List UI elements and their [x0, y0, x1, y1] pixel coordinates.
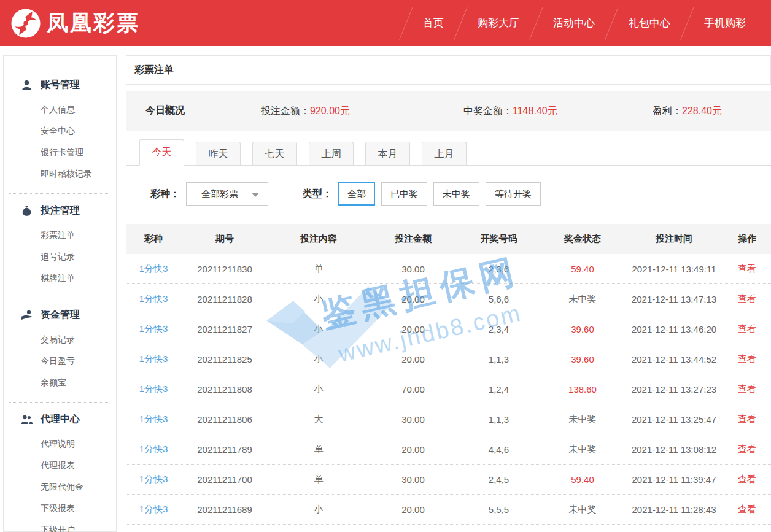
date-tab[interactable]: 本月 [365, 142, 410, 165]
cell-action: 查看 [723, 384, 771, 395]
column-header: 期号 [181, 233, 268, 245]
lottery-link[interactable]: 1分快3 [139, 323, 168, 334]
sidebar-item[interactable]: 代理报表 [41, 455, 116, 476]
lottery-link[interactable]: 1分快3 [139, 293, 168, 304]
cell-bet-amount: 20.00 [369, 324, 457, 334]
cell-bet-time: 2021-12-11 13:46:20 [625, 324, 723, 334]
status-filter-button[interactable]: 未中奖 [433, 182, 479, 206]
view-link[interactable]: 查看 [738, 293, 756, 304]
view-link[interactable]: 查看 [738, 263, 756, 274]
cell-bet-amount: 70.00 [369, 384, 457, 395]
sidebar-item[interactable]: 银行卡管理 [41, 142, 116, 163]
cell-bet-time: 2021-12-11 13:49:11 [625, 264, 723, 274]
cell-bet-time: 2021-12-11 13:25:47 [625, 414, 723, 425]
table-row: 1分快320211211700单30.002,4,559.402021-12-1… [126, 465, 771, 495]
lottery-link[interactable]: 1分快3 [139, 474, 168, 484]
cell-bet-content: 大 [268, 414, 369, 425]
sidebar-item[interactable]: 代理说明 [41, 433, 116, 455]
cell-bet-time: 2021-12-11 13:08:12 [625, 444, 723, 455]
view-link[interactable]: 查看 [738, 504, 756, 514]
column-header: 投注时间 [625, 233, 723, 245]
sidebar-items-agent: 代理说明代理报表无限代佣金下级报表下级开户 [4, 427, 116, 532]
cell-bet-amount: 20.00 [369, 294, 457, 304]
status-filter-button[interactable]: 等待开奖 [486, 182, 541, 206]
nav-item[interactable]: 礼包中心 [612, 16, 687, 30]
date-tab[interactable]: 上月 [422, 142, 467, 165]
cell-issue: 20211211830 [181, 264, 268, 274]
cell-draw-numbers: 2,3,4 [457, 324, 540, 334]
cell-draw-numbers: 4,4,6 [457, 444, 540, 455]
brand-name: 凤凰彩票 [47, 9, 140, 37]
funds-icon [21, 309, 33, 321]
cell-draw-numbers: 1,2,4 [457, 384, 540, 395]
date-tab[interactable]: 今天 [139, 139, 184, 166]
column-header: 开奖号码 [457, 233, 540, 245]
sidebar-item[interactable]: 个人信息 [41, 99, 116, 120]
cell-action: 查看 [723, 474, 771, 485]
cell-bet-amount: 20.00 [369, 444, 457, 455]
cell-bet-content: 小 [268, 353, 369, 365]
table-row: 1分快320211211828小20.005,6,6未中奖2021-12-11 … [126, 284, 771, 314]
lottery-link[interactable]: 1分快3 [139, 384, 168, 394]
cell-bet-time: 2021-12-11 13:44:52 [625, 354, 723, 364]
sidebar-item[interactable]: 交易记录 [41, 329, 116, 350]
cell-bet-amount: 30.00 [369, 474, 457, 485]
cell-issue: 20211211789 [181, 444, 268, 455]
cell-lottery: 1分快3 [126, 353, 181, 365]
nav-item[interactable]: 手机购彩 [688, 16, 762, 30]
view-link[interactable]: 查看 [738, 323, 756, 334]
sidebar-section-title: 账号管理 [41, 79, 80, 91]
view-link[interactable]: 查看 [738, 414, 756, 424]
lottery-link[interactable]: 1分快3 [139, 504, 168, 514]
cell-prize-status: 未中奖 [540, 414, 625, 425]
status-filter-button[interactable]: 全部 [338, 182, 375, 206]
date-tab[interactable]: 七天 [252, 142, 297, 165]
table-row: 1分快320211211789单20.004,4,6未中奖2021-12-11 … [126, 434, 771, 465]
summary-title: 今日概况 [145, 104, 185, 117]
cell-bet-content: 小 [268, 323, 369, 335]
cell-action: 查看 [723, 444, 771, 455]
status-filter-button[interactable]: 已中奖 [381, 182, 427, 206]
cell-bet-amount: 20.00 [369, 504, 457, 515]
view-link[interactable]: 查看 [738, 353, 756, 364]
cell-bet-content: 单 [268, 474, 369, 485]
view-link[interactable]: 查看 [738, 384, 756, 394]
date-tab[interactable]: 昨天 [196, 142, 241, 165]
sidebar-item[interactable]: 即时稽核记录 [41, 163, 116, 185]
lottery-type-select[interactable]: 全部彩票 [186, 182, 268, 206]
sidebar-item[interactable]: 今日盈亏 [41, 350, 116, 372]
sidebar-item[interactable]: 追号记录 [41, 246, 116, 268]
page-title: 彩票注单 [134, 64, 174, 77]
lottery-link[interactable]: 1分快3 [139, 444, 168, 454]
today-summary-bar: 今日概况 投注金额：920.00元 中奖金额：1148.40元 盈利：228.4… [126, 91, 771, 131]
sidebar-item[interactable]: 无限代佣金 [41, 476, 116, 498]
status-filter-label: 类型： [303, 188, 332, 201]
nav-item[interactable]: 购彩大厅 [461, 16, 536, 30]
brand-logo[interactable]: 凤凰彩票 [10, 7, 140, 39]
column-header: 彩种 [126, 233, 181, 245]
sidebar-item[interactable]: 下级开户 [41, 519, 116, 532]
date-tab[interactable]: 上周 [309, 142, 354, 165]
sidebar-item[interactable]: 彩票注单 [41, 225, 116, 246]
sidebar-item[interactable]: 棋牌注单 [41, 268, 116, 289]
sidebar-item[interactable]: 下级报表 [41, 498, 116, 519]
cell-lottery: 1分快3 [126, 414, 181, 425]
cell-issue: 20211211808 [181, 384, 268, 395]
nav-item[interactable]: 首页 [406, 16, 460, 30]
sidebar-item[interactable]: 安全中心 [41, 120, 116, 142]
agents-icon [21, 414, 33, 425]
cell-draw-numbers: 2,3,6 [457, 264, 540, 274]
lottery-link[interactable]: 1分快3 [139, 353, 168, 364]
view-link[interactable]: 查看 [738, 444, 756, 454]
cell-action: 查看 [723, 504, 771, 515]
nav-item[interactable]: 活动中心 [537, 16, 611, 30]
view-link[interactable]: 查看 [738, 474, 756, 484]
sidebar-item[interactable]: 余额宝 [41, 372, 116, 393]
lottery-link[interactable]: 1分快3 [139, 414, 168, 424]
cell-bet-content: 小 [268, 504, 369, 515]
lottery-filter-label: 彩种： [150, 188, 180, 201]
sidebar-divider [9, 193, 110, 194]
cell-lottery: 1分快3 [126, 263, 181, 275]
cell-issue: 20211211689 [181, 504, 268, 515]
lottery-link[interactable]: 1分快3 [139, 263, 168, 274]
